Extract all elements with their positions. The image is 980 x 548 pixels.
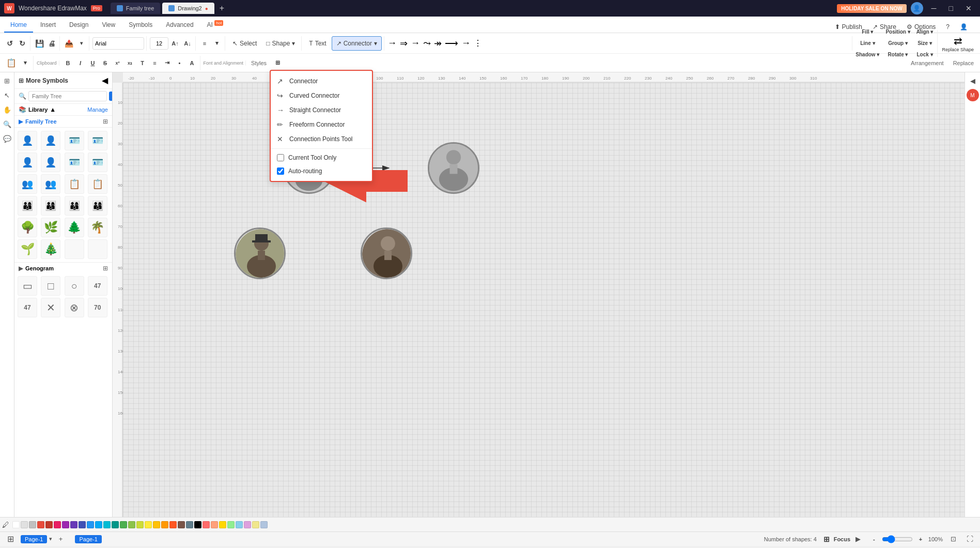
text-tool-button[interactable]: T Text [305, 36, 330, 51]
color-swatch[interactable] [169, 521, 177, 528]
symbol-person-card-1[interactable]: 🪪 [65, 131, 84, 150]
geno-rect-white[interactable]: □ [41, 276, 60, 296]
sb-page-dropdown-icon[interactable]: ▾ [49, 536, 52, 542]
arrow-style-4[interactable]: ⤳ [423, 38, 431, 49]
symbol-tree-4[interactable]: 🌴 [88, 218, 107, 237]
shadow-button[interactable]: Shadow ▾ [853, 49, 881, 60]
vt-hand-button[interactable]: ✋ [1, 103, 13, 116]
symbol-tree-3[interactable]: 🌲 [65, 218, 84, 237]
color-swatch[interactable] [219, 521, 226, 528]
current-page-badge[interactable]: Page-1 [75, 535, 101, 543]
ribbon-tab-view[interactable]: View [96, 18, 121, 33]
replace-shape-button[interactable]: ⇄ Replace Shape [937, 30, 978, 57]
styles-expand-button[interactable]: ⊞ [272, 57, 283, 69]
symbol-person-card-2[interactable]: 🪪 [88, 131, 107, 150]
color-swatch[interactable] [178, 521, 185, 528]
ribbon-tab-design[interactable]: Design [63, 18, 95, 33]
color-swatch[interactable] [120, 521, 127, 528]
lock-button[interactable]: Lock ▾ [915, 49, 935, 60]
color-swatch[interactable] [29, 521, 36, 528]
color-swatch[interactable] [203, 521, 210, 528]
arrow-style-5[interactable]: ↠ [434, 38, 442, 49]
symbol-tree-5[interactable]: 🌱 [18, 239, 37, 259]
connector-option-freeform[interactable]: ✏ Freeform Connector [271, 117, 372, 132]
color-swatch[interactable] [236, 521, 243, 528]
symbol-woman-1[interactable]: 👤 [41, 131, 60, 150]
arrow-expand-btn[interactable]: ⋮ [474, 38, 482, 48]
vt-pointer-button[interactable]: ↖ [1, 89, 13, 101]
color-swatch[interactable] [244, 521, 251, 528]
color-swatch[interactable] [87, 521, 94, 528]
font-size-input[interactable] [150, 37, 168, 50]
connector-tool-button[interactable]: ↗ Connector ▾ [332, 36, 382, 51]
current-tool-only-checkbox[interactable]: Current Tool Only [271, 151, 372, 164]
color-swatch[interactable] [186, 521, 193, 528]
rp-logo-button[interactable]: M [967, 89, 979, 101]
symbol-card-4[interactable]: 📋 [88, 174, 107, 194]
symbol-man-2[interactable]: 👤 [18, 153, 37, 172]
color-swatch[interactable] [128, 521, 135, 528]
fullscreen-button[interactable]: ⛶ [963, 533, 976, 545]
color-swatch[interactable] [153, 521, 160, 528]
ribbon-tab-advanced[interactable]: Advanced [160, 18, 199, 33]
connector-option-connection-points[interactable]: ✕ Connection Points Tool [271, 132, 372, 146]
color-swatch[interactable] [260, 521, 268, 528]
color-swatch[interactable] [45, 521, 53, 528]
geno-circle[interactable]: ○ [65, 276, 84, 296]
group-button[interactable]: Group ▾ [886, 38, 910, 49]
color-swatch[interactable] [145, 521, 152, 528]
symbol-tree-6[interactable]: 🎄 [41, 239, 60, 259]
line-button[interactable]: Line ▾ [858, 38, 877, 49]
align-left-btn[interactable]: ≡ [199, 38, 210, 49]
symbol-tree-2[interactable]: 🌿 [41, 218, 60, 237]
rotate-button[interactable]: Rotate ▾ [886, 49, 910, 60]
symbol-tree-1[interactable]: 🌳 [18, 218, 37, 237]
color-swatch[interactable] [37, 521, 44, 528]
paste-button[interactable]: 📋 [4, 56, 19, 70]
symbol-id-2[interactable]: 🪪 [88, 153, 107, 172]
arrow-style-3[interactable]: → [411, 38, 420, 49]
rp-expand-button[interactable]: ◀ [967, 74, 979, 87]
sidebar-collapse-button[interactable]: ◀ [102, 75, 108, 85]
fit-page-button[interactable]: ⊡ [947, 533, 959, 545]
subscript-button[interactable]: x² [112, 57, 123, 69]
vt-comment-button[interactable]: 💬 [1, 132, 13, 145]
font-size-increase[interactable]: A↑ [169, 38, 181, 49]
play-button[interactable]: ▶ [852, 533, 864, 545]
font-family-input[interactable] [92, 37, 144, 50]
arrow-style-2[interactable]: ⇒ [400, 38, 408, 49]
close-button[interactable]: ✕ [961, 3, 976, 13]
symbol-family-1[interactable]: 👨‍👩‍👦 [18, 196, 37, 216]
symbol-person-group-2[interactable]: 👥 [41, 174, 60, 194]
maximize-button[interactable]: □ [945, 3, 957, 13]
strikethrough-button[interactable]: S [100, 57, 111, 69]
color-swatch[interactable] [136, 521, 144, 528]
symbol-card-3[interactable]: 📋 [65, 174, 84, 194]
current-tool-only-input[interactable] [277, 154, 284, 161]
list-button[interactable]: ≡ [149, 57, 161, 69]
bullet-button[interactable]: • [174, 57, 185, 69]
color-swatch[interactable] [12, 521, 20, 528]
text-style-btn[interactable]: T [137, 57, 148, 69]
color-swatch[interactable] [70, 521, 77, 528]
tab-drawing2[interactable]: Drawing2 ● [162, 3, 214, 14]
symbol-empty-2[interactable] [88, 239, 107, 259]
ribbon-tab-symbols[interactable]: Symbols [122, 18, 159, 33]
add-page-button[interactable]: + [54, 533, 67, 545]
user-avatar[interactable]: 👤 [911, 2, 923, 14]
canvas-area[interactable]: -20 -10 0 10 20 30 40 50 60 70 80 90 100… [113, 72, 965, 517]
zoom-slider[interactable] [882, 535, 913, 543]
color-swatch[interactable] [62, 521, 69, 528]
font-size-decrease[interactable]: A↓ [182, 38, 193, 49]
shape-tool-button[interactable]: □ Shape ▾ [262, 36, 299, 51]
superscript-button[interactable]: x₂ [125, 57, 136, 69]
symbol-family-4[interactable]: 👨‍👩‍👦 [88, 196, 107, 216]
add-tab-button[interactable]: + [216, 3, 227, 14]
connector-option-straight[interactable]: → Straight Connector [271, 103, 372, 117]
arrow-style-1[interactable]: → [387, 38, 397, 49]
symbol-woman-2[interactable]: 👤 [41, 153, 60, 172]
ribbon-tab-home[interactable]: Home [4, 18, 33, 33]
vt-grid-button[interactable]: ⊞ [1, 74, 13, 87]
color-swatch[interactable] [194, 521, 201, 528]
color-swatch[interactable] [227, 521, 235, 528]
